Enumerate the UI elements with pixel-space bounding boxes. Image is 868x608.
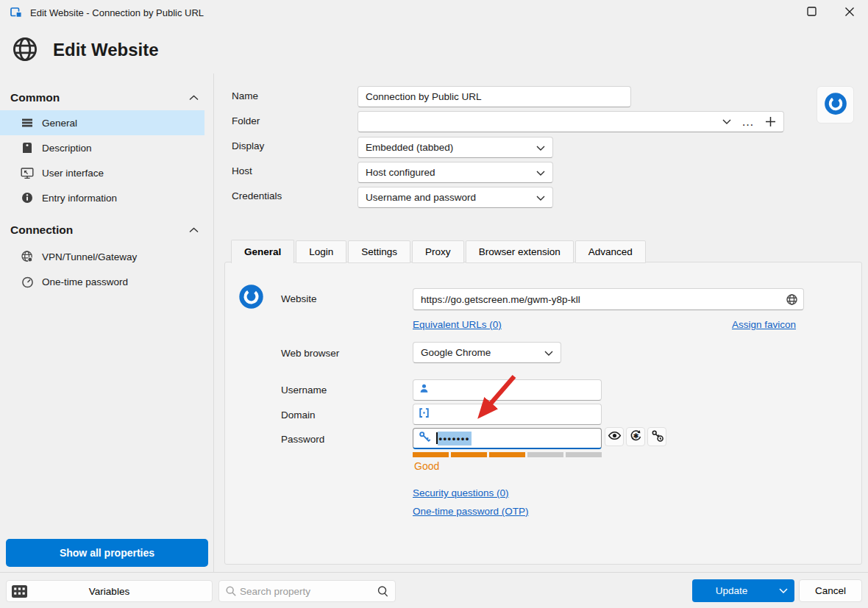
folder-add-button[interactable] bbox=[765, 116, 776, 127]
credentials-select[interactable]: Username and password bbox=[357, 187, 553, 208]
tab-proxy[interactable]: Proxy bbox=[412, 240, 464, 263]
one-time-password-link[interactable]: One-time password (OTP) bbox=[413, 506, 529, 517]
sidebar-item-description[interactable]: Description bbox=[0, 135, 204, 160]
show-all-properties-button[interactable]: Show all properties bbox=[6, 539, 208, 567]
strength-label: Good bbox=[414, 460, 439, 472]
update-button[interactable]: Update bbox=[692, 579, 794, 602]
website-field-wrap bbox=[413, 288, 804, 310]
search-submit-icon[interactable] bbox=[377, 585, 389, 598]
domain-icon bbox=[419, 407, 430, 421]
equivalent-urls-link[interactable]: Equivalent URLs (0) bbox=[413, 319, 502, 330]
display-value: Embedded (tabbed) bbox=[366, 142, 536, 153]
strength-segment bbox=[527, 452, 563, 457]
web-browser-label: Web browser bbox=[281, 348, 339, 359]
sidebar-section-common[interactable]: Common bbox=[0, 87, 213, 108]
chevron-down-icon bbox=[536, 142, 545, 153]
key-clock-icon bbox=[650, 429, 664, 445]
credentials-label: Credentials bbox=[232, 190, 282, 201]
display-label: Display bbox=[232, 140, 264, 151]
reveal-password-button[interactable] bbox=[605, 427, 624, 446]
password-field[interactable]: ••••••• bbox=[413, 428, 602, 449]
sidebar-item-one-time-password[interactable]: One-time password bbox=[0, 269, 204, 294]
tab-browser-extension[interactable]: Browser extension bbox=[466, 240, 574, 263]
strength-segment bbox=[566, 452, 602, 457]
chevron-up-icon bbox=[189, 95, 199, 101]
update-label: Update bbox=[692, 585, 771, 596]
eye-icon bbox=[608, 429, 622, 445]
sidebar-section-connection[interactable]: Connection bbox=[0, 220, 213, 240]
globe-lock-icon bbox=[19, 250, 35, 263]
edit-website-dialog: Edit Website - Connection by Public URL … bbox=[0, 0, 868, 608]
info-icon bbox=[19, 192, 35, 204]
sidebar-item-user-interface[interactable]: User interface bbox=[0, 160, 204, 185]
variables-label: Variables bbox=[89, 586, 129, 597]
password-strength-meter bbox=[413, 452, 602, 457]
maximize-button[interactable] bbox=[793, 0, 830, 25]
folder-browse-button[interactable]: … bbox=[741, 118, 755, 126]
assign-favicon-link[interactable]: Assign favicon bbox=[732, 319, 796, 330]
security-questions-link[interactable]: Security questions (0) bbox=[413, 487, 509, 498]
close-button[interactable] bbox=[831, 0, 868, 25]
tab-settings[interactable]: Settings bbox=[348, 240, 410, 263]
page-title: Edit Website bbox=[53, 40, 159, 60]
tab-login[interactable]: Login bbox=[296, 240, 346, 263]
name-label: Name bbox=[232, 90, 258, 101]
search-property-input[interactable] bbox=[240, 586, 374, 597]
strength-segment bbox=[451, 452, 487, 457]
name-input[interactable] bbox=[357, 86, 631, 107]
open-url-globe-icon[interactable] bbox=[783, 292, 800, 307]
username-label: Username bbox=[281, 385, 327, 396]
strength-segment bbox=[489, 452, 525, 457]
sidebar-item-vpn-tunnel-gateway[interactable]: VPN/Tunnel/Gateway bbox=[0, 244, 204, 269]
password-history-button[interactable] bbox=[647, 427, 666, 446]
sidebar-item-entry-information[interactable]: Entry information bbox=[0, 185, 204, 210]
password-masked-value: ••••••• bbox=[438, 432, 472, 446]
window-icon bbox=[10, 6, 23, 19]
chrome-icon bbox=[823, 91, 848, 119]
svg-text:✱: ✱ bbox=[633, 432, 638, 440]
chevron-down-icon bbox=[536, 192, 545, 203]
chrome-icon bbox=[238, 283, 265, 313]
list-icon bbox=[19, 117, 35, 129]
host-value: Host configured bbox=[366, 167, 536, 178]
chevron-down-icon bbox=[536, 167, 545, 178]
username-field[interactable] bbox=[413, 379, 602, 401]
chevron-up-icon bbox=[189, 227, 199, 233]
domain-input[interactable] bbox=[434, 409, 596, 420]
domain-field[interactable] bbox=[413, 404, 602, 425]
maximize-icon bbox=[807, 7, 817, 18]
folder-combobox[interactable]: … bbox=[357, 111, 784, 132]
monitor-icon bbox=[19, 167, 35, 179]
generate-password-button[interactable]: ✱ bbox=[626, 427, 645, 446]
tab-general[interactable]: General bbox=[231, 240, 294, 263]
credentials-value: Username and password bbox=[366, 192, 536, 203]
title-bar: Edit Website - Connection by Public URL bbox=[0, 0, 868, 25]
username-input[interactable] bbox=[434, 385, 596, 396]
website-globe-icon bbox=[11, 35, 39, 66]
sidebar-item-general[interactable]: General bbox=[0, 110, 204, 135]
cancel-button[interactable]: Cancel bbox=[799, 579, 862, 602]
domain-label: Domain bbox=[281, 409, 316, 421]
website-input[interactable] bbox=[413, 288, 804, 310]
tab-advanced[interactable]: Advanced bbox=[575, 240, 646, 263]
grid-icon bbox=[12, 585, 27, 598]
website-label: Website bbox=[281, 293, 317, 304]
footer-bar: Variables Update Cancel bbox=[0, 572, 868, 608]
tab-bar: General Login Settings Proxy Browser ext… bbox=[231, 240, 646, 263]
host-label: Host bbox=[232, 165, 252, 176]
user-icon bbox=[419, 383, 430, 397]
host-select[interactable]: Host configured bbox=[357, 162, 553, 183]
chevron-down-icon bbox=[544, 347, 553, 358]
variables-button[interactable]: Variables bbox=[6, 580, 213, 602]
tag-icon bbox=[19, 142, 35, 154]
strength-segment bbox=[413, 452, 449, 457]
display-select[interactable]: Embedded (tabbed) bbox=[357, 137, 553, 158]
web-browser-select[interactable]: Google Chrome bbox=[413, 342, 561, 363]
web-browser-value: Google Chrome bbox=[421, 347, 544, 358]
favicon-preview bbox=[817, 86, 854, 124]
folder-label: Folder bbox=[232, 115, 260, 126]
stopwatch-icon bbox=[19, 276, 35, 288]
key-icon bbox=[419, 431, 431, 446]
folder-dropdown-chevron-icon[interactable] bbox=[722, 119, 731, 124]
update-dropdown-chevron-icon[interactable] bbox=[771, 588, 794, 593]
